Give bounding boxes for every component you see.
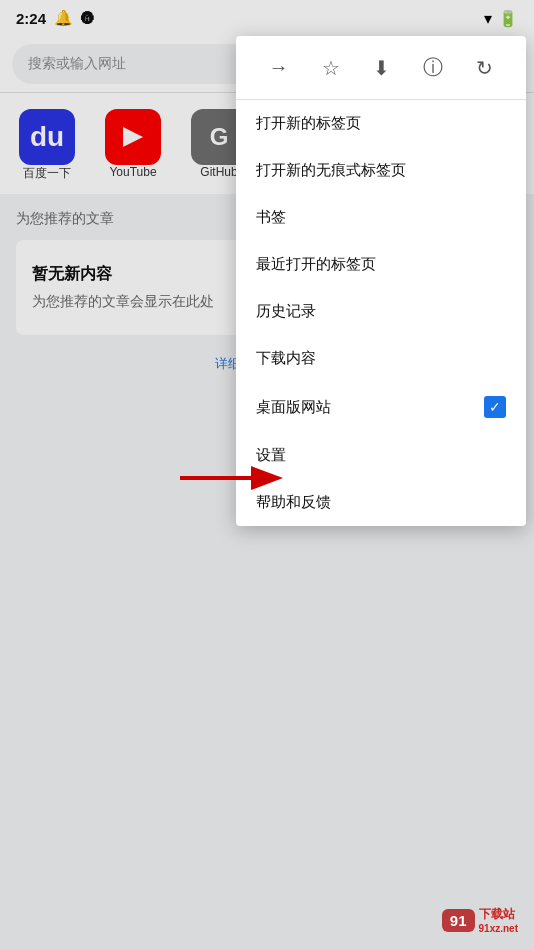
- incognito-label: 打开新的无痕式标签页: [256, 161, 406, 180]
- watermark-site: 下载站: [479, 906, 518, 923]
- settings-label: 设置: [256, 446, 286, 465]
- help-label: 帮助和反馈: [256, 493, 331, 512]
- new-tab-label: 打开新的标签页: [256, 114, 361, 133]
- menu-item-settings[interactable]: 设置: [236, 432, 526, 479]
- menu-item-history[interactable]: 历史记录: [236, 288, 526, 335]
- desktop-site-checkbox[interactable]: ✓: [484, 396, 506, 418]
- watermark: 91 下载站 91xz.net: [442, 906, 518, 934]
- menu-toolbar: → ☆ ⬇ ⓘ ↻: [236, 36, 526, 100]
- forward-icon[interactable]: →: [261, 52, 297, 83]
- watermark-number: 91: [450, 912, 467, 929]
- menu-item-recent-tabs[interactable]: 最近打开的标签页: [236, 241, 526, 288]
- menu-item-incognito[interactable]: 打开新的无痕式标签页: [236, 147, 526, 194]
- download-icon[interactable]: ⬇: [365, 52, 398, 84]
- menu-item-desktop-site[interactable]: 桌面版网站 ✓: [236, 382, 526, 432]
- menu-item-help[interactable]: 帮助和反馈: [236, 479, 526, 526]
- refresh-icon[interactable]: ↻: [468, 52, 501, 84]
- desktop-site-label: 桌面版网站: [256, 398, 331, 417]
- info-icon[interactable]: ⓘ: [415, 50, 451, 85]
- menu-item-new-tab[interactable]: 打开新的标签页: [236, 100, 526, 147]
- downloads-label: 下载内容: [256, 349, 316, 368]
- recent-tabs-label: 最近打开的标签页: [256, 255, 376, 274]
- watermark-url: 91xz.net: [479, 923, 518, 934]
- menu-item-bookmarks[interactable]: 书签: [236, 194, 526, 241]
- history-label: 历史记录: [256, 302, 316, 321]
- bookmark-star-icon[interactable]: ☆: [314, 52, 348, 84]
- menu-item-downloads[interactable]: 下载内容: [236, 335, 526, 382]
- dropdown-menu: → ☆ ⬇ ⓘ ↻ 打开新的标签页 打开新的无痕式标签页 书签 最近打开的标签页…: [236, 36, 526, 526]
- bookmarks-label: 书签: [256, 208, 286, 227]
